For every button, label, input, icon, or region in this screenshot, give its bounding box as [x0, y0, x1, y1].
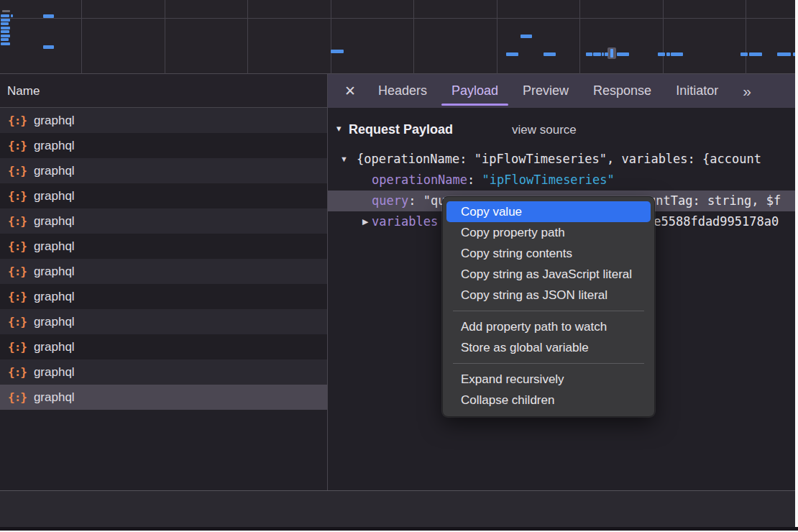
json-icon: {:} — [8, 315, 27, 329]
json-icon: {:} — [8, 340, 27, 354]
column-header-label: Name — [7, 84, 40, 98]
request-timing-bar — [11, 14, 13, 17]
menu-item-store-as-global-variable[interactable]: Store as global variable — [446, 337, 651, 358]
request-timing-bar — [43, 14, 54, 18]
network-request-row[interactable]: {:}graphql — [0, 259, 327, 284]
request-timing-bar — [586, 52, 592, 56]
request-timing-bar — [602, 52, 604, 56]
request-timing-bar — [43, 45, 54, 49]
request-timing-bar — [658, 52, 665, 56]
selected-request-marker — [607, 47, 616, 59]
network-overview-timeline[interactable] — [0, 0, 798, 74]
request-name: graphql — [34, 265, 75, 279]
collapsed-triangle-icon[interactable]: ▶ — [362, 211, 368, 232]
request-name: graphql — [34, 340, 75, 354]
request-name: graphql — [34, 139, 75, 153]
request-name: graphql — [34, 164, 75, 178]
request-timing-bar — [666, 52, 670, 56]
network-request-row[interactable]: {:}graphql — [0, 208, 327, 234]
request-timing-bar — [1, 30, 9, 33]
network-request-row[interactable]: {:}graphql — [0, 309, 327, 334]
request-timing-bar — [1, 42, 10, 45]
request-timing-bar — [1, 35, 10, 37]
overview-gridline — [497, 0, 497, 74]
overview-gridline — [165, 0, 165, 74]
request-timing-bar — [2, 10, 10, 12]
json-icon: {:} — [8, 114, 27, 127]
column-header-name[interactable]: Name — [0, 74, 327, 108]
menu-separator — [453, 311, 644, 311]
overview-gridline — [663, 0, 664, 74]
json-icon: {:} — [8, 189, 27, 203]
request-name: graphql — [34, 365, 75, 380]
menu-item-copy-value[interactable]: Copy value — [446, 201, 651, 222]
collapse-triangle-icon[interactable]: ▾ — [336, 123, 341, 134]
summary-footer — [0, 491, 798, 527]
network-request-row[interactable]: {:}graphql — [0, 334, 327, 359]
property-key: operationName — [372, 173, 467, 187]
close-icon[interactable]: ✕ — [344, 83, 356, 99]
property-value-end: untTag: string, $f — [648, 191, 781, 211]
overview-gridline — [413, 0, 414, 74]
property-preview-end: ee5588fdad995178a0 — [646, 211, 779, 232]
view-source-link[interactable]: view source — [512, 123, 577, 137]
tab-headers[interactable]: Headers — [378, 74, 427, 108]
property-key: variables — [372, 214, 438, 229]
menu-item-collapse-children[interactable]: Collapse children — [446, 390, 651, 411]
request-name: graphql — [34, 114, 75, 128]
menu-item-copy-string-contents[interactable]: Copy string contents — [446, 243, 651, 264]
network-request-row[interactable]: {:}graphql — [0, 158, 327, 183]
overview-gridline — [331, 0, 331, 74]
expanded-triangle-icon[interactable]: ▼ — [340, 149, 348, 170]
more-tabs-icon[interactable]: » — [743, 83, 750, 100]
menu-separator — [453, 363, 644, 364]
network-request-row[interactable]: {:}graphql — [0, 133, 327, 158]
request-name: graphql — [34, 290, 75, 304]
network-request-row[interactable]: {:}graphql — [0, 108, 327, 133]
request-timing-bar — [1, 27, 10, 29]
json-icon: {:} — [8, 290, 27, 303]
json-icon: {:} — [8, 365, 27, 379]
json-icon: {:} — [8, 139, 27, 152]
menu-item-expand-recursively[interactable]: Expand recursively — [446, 369, 651, 390]
request-timing-bar — [1, 38, 9, 41]
overview-gridline — [579, 0, 580, 74]
json-icon: {:} — [8, 164, 27, 178]
tree-root-row[interactable]: ▼{operationName: "ipFlowTimeseries", var… — [328, 149, 798, 170]
network-request-row[interactable]: {:}graphql — [0, 284, 327, 309]
network-request-row[interactable]: {:}graphql — [0, 359, 327, 385]
request-timing-bar — [520, 35, 532, 38]
tab-preview[interactable]: Preview — [523, 74, 569, 108]
request-timing-bar — [671, 52, 683, 56]
request-payload-section-header[interactable]: ▾ Request Payload view source — [328, 122, 798, 143]
tree-row-operation-name[interactable]: operationName: "ipFlowTimeseries" — [328, 170, 798, 191]
network-request-row[interactable]: {:}graphql — [0, 385, 327, 410]
network-request-row[interactable]: {:}graphql — [0, 234, 327, 259]
overview-gridline — [247, 0, 248, 74]
menu-item-copy-string-json-literal[interactable]: Copy string as JSON literal — [446, 285, 651, 306]
context-menu: Copy value Copy property path Copy strin… — [442, 196, 655, 417]
request-timing-bar — [749, 52, 762, 56]
screenshot-right-edge — [795, 0, 798, 532]
json-icon: {:} — [8, 214, 27, 228]
network-request-row[interactable]: {:}graphql — [0, 183, 327, 208]
devtools-network-panel: Name {:}graphql {:}graphql {:}graphql {:… — [0, 0, 798, 532]
request-timing-bar — [1, 14, 9, 17]
menu-item-add-property-path-to-watch[interactable]: Add property path to watch — [446, 316, 651, 337]
tab-response[interactable]: Response — [593, 74, 651, 108]
menu-item-copy-property-path[interactable]: Copy property path — [446, 222, 651, 243]
property-key: query — [372, 193, 408, 208]
request-name: graphql — [34, 189, 75, 203]
request-timing-bar — [605, 52, 608, 56]
tab-payload[interactable]: Payload — [451, 74, 498, 108]
request-name: graphql — [34, 214, 75, 229]
overview-gridline — [81, 0, 82, 74]
request-timing-bar — [740, 52, 748, 56]
json-icon: {:} — [8, 390, 27, 404]
root-preview-text: {operationName: "ipFlowTimeseries", vari… — [357, 152, 761, 166]
menu-item-copy-string-js-literal[interactable]: Copy string as JavaScript literal — [446, 264, 651, 285]
tab-initiator[interactable]: Initiator — [676, 74, 718, 108]
request-timing-bar — [593, 52, 601, 56]
property-value: "ipFlowTimeseries" — [482, 173, 615, 187]
request-timing-bar — [544, 52, 556, 56]
